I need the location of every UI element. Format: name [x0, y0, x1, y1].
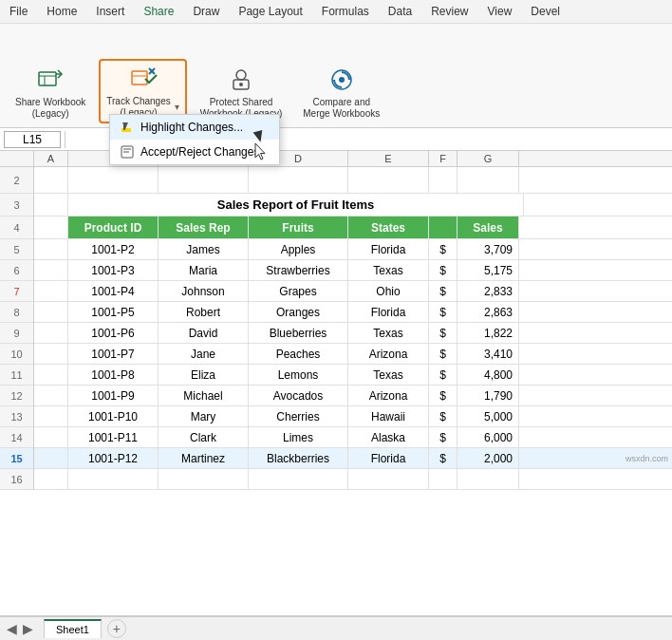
add-sheet-button[interactable]: +	[107, 619, 126, 638]
menu-file[interactable]: File	[0, 2, 37, 21]
col-header-a[interactable]: A	[34, 151, 68, 166]
cell-c13[interactable]: Mary	[159, 406, 249, 426]
cell-d12[interactable]: Avocados	[249, 386, 348, 405]
cell-c9[interactable]: David	[159, 323, 249, 343]
cell-d13[interactable]: Cherries	[249, 406, 348, 426]
cell-b2[interactable]	[68, 167, 159, 193]
cell-g9[interactable]: 1,822	[457, 323, 519, 343]
header-product-id[interactable]: Product ID	[68, 216, 159, 238]
cell-a10[interactable]	[34, 344, 68, 364]
scroll-right-icon[interactable]: ▶	[20, 621, 36, 636]
row-num-14[interactable]: 14	[0, 427, 33, 448]
scroll-left-icon[interactable]: ◀	[4, 621, 20, 636]
cell-c6[interactable]: Maria	[159, 260, 249, 280]
cell-d11[interactable]: Lemons	[249, 365, 348, 385]
cell-a13[interactable]	[34, 406, 68, 426]
cell-a15[interactable]	[34, 448, 68, 468]
menu-view[interactable]: View	[478, 2, 522, 21]
cell-g15[interactable]: 2,000	[457, 448, 519, 468]
menu-share[interactable]: Share	[134, 2, 183, 21]
cell-b12[interactable]: 1001-P9	[68, 386, 159, 405]
cell-a14[interactable]	[34, 427, 68, 447]
cell-c7[interactable]: Johnson	[159, 281, 249, 301]
cell-a3[interactable]	[34, 194, 68, 216]
cell-e7[interactable]: Ohio	[348, 281, 429, 301]
cell-c8[interactable]: Robert	[159, 302, 249, 322]
cell-a4[interactable]	[34, 216, 68, 238]
cell-d9[interactable]: Blueberries	[249, 323, 348, 343]
header-states[interactable]: States	[348, 216, 429, 238]
row-num-2[interactable]: 2	[0, 167, 33, 194]
row-num-4[interactable]: 4	[0, 216, 33, 239]
cell-f10[interactable]: $	[429, 344, 457, 364]
menu-devel[interactable]: Devel	[521, 2, 569, 21]
cell-f11[interactable]: $	[429, 365, 457, 385]
menu-review[interactable]: Review	[421, 2, 477, 21]
menu-insert[interactable]: Insert	[86, 2, 134, 21]
cell-e6[interactable]: Texas	[348, 260, 429, 280]
cell-e9[interactable]: Texas	[348, 323, 429, 343]
cell-d10[interactable]: Peaches	[249, 344, 348, 364]
cell-g2[interactable]	[457, 167, 519, 193]
cell-g8[interactable]: 2,863	[457, 302, 519, 322]
cell-d5[interactable]: Apples	[249, 239, 348, 259]
cell-g10[interactable]: 3,410	[457, 344, 519, 364]
cell-e16[interactable]	[348, 469, 429, 489]
cell-e5[interactable]: Florida	[348, 239, 429, 259]
cell-e10[interactable]: Arizona	[348, 344, 429, 364]
cell-a9[interactable]	[34, 323, 68, 343]
cell-a8[interactable]	[34, 302, 68, 322]
col-header-g[interactable]: G	[457, 151, 519, 166]
cell-d6[interactable]: Strawberries	[249, 260, 348, 280]
cell-d2[interactable]	[249, 167, 348, 193]
header-dollar[interactable]	[429, 216, 457, 238]
cell-d7[interactable]: Grapes	[249, 281, 348, 301]
cell-f7[interactable]: $	[429, 281, 457, 301]
spreadsheet-title[interactable]: Sales Report of Fruit Items	[68, 194, 524, 216]
row-num-8[interactable]: 8	[0, 302, 33, 323]
cell-f5[interactable]: $	[429, 239, 457, 259]
cell-e8[interactable]: Florida	[348, 302, 429, 322]
row-num-7[interactable]: 7	[0, 281, 33, 302]
cell-b7[interactable]: 1001-P4	[68, 281, 159, 301]
cell-d16[interactable]	[249, 469, 348, 489]
cell-g11[interactable]: 4,800	[457, 365, 519, 385]
cell-g6[interactable]: 5,175	[457, 260, 519, 280]
cell-a5[interactable]	[34, 239, 68, 259]
sheet-tab-sheet1[interactable]: Sheet1	[44, 619, 102, 638]
row-num-15[interactable]: 15	[0, 448, 33, 469]
cell-g5[interactable]: 3,709	[457, 239, 519, 259]
header-sales-rep[interactable]: Sales Rep	[159, 216, 249, 238]
cell-b14[interactable]: 1001-P11	[68, 427, 159, 447]
cell-g7[interactable]: 2,833	[457, 281, 519, 301]
cell-e14[interactable]: Alaska	[348, 427, 429, 447]
header-fruits[interactable]: Fruits	[249, 216, 348, 238]
cell-a6[interactable]	[34, 260, 68, 280]
cell-b6[interactable]: 1001-P3	[68, 260, 159, 280]
row-num-13[interactable]: 13	[0, 406, 33, 427]
cell-f15[interactable]: $	[429, 448, 457, 468]
cell-reference-input[interactable]	[4, 131, 61, 148]
cell-d15[interactable]: Blackberries	[249, 448, 348, 468]
cell-g13[interactable]: 5,000	[457, 406, 519, 426]
cell-a2[interactable]	[34, 167, 68, 193]
cell-a12[interactable]	[34, 386, 68, 405]
cell-b9[interactable]: 1001-P6	[68, 323, 159, 343]
cell-c10[interactable]: Jane	[159, 344, 249, 364]
cell-f9[interactable]: $	[429, 323, 457, 343]
col-header-e[interactable]: E	[348, 151, 429, 166]
cell-a16[interactable]	[34, 469, 68, 489]
cell-c15[interactable]: Martinez	[159, 448, 249, 468]
row-num-9[interactable]: 9	[0, 323, 33, 344]
menu-pagelayout[interactable]: Page Layout	[229, 2, 311, 21]
cell-f13[interactable]: $	[429, 406, 457, 426]
col-header-f[interactable]: F	[429, 151, 457, 166]
menu-home[interactable]: Home	[37, 2, 86, 21]
compare-merge-button[interactable]: Compare andMerge Workbooks	[295, 61, 387, 123]
cell-g16[interactable]	[457, 469, 519, 489]
cell-a7[interactable]	[34, 281, 68, 301]
cell-b8[interactable]: 1001-P5	[68, 302, 159, 322]
cell-b5[interactable]: 1001-P2	[68, 239, 159, 259]
row-num-11[interactable]: 11	[0, 365, 33, 386]
cell-d14[interactable]: Limes	[249, 427, 348, 447]
